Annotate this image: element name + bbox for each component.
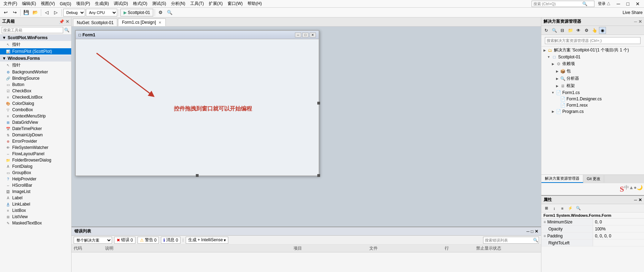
toolbox-item-pointer1[interactable]: ↖ 指针 xyxy=(0,41,71,48)
error-panel-pin[interactable]: ─ xyxy=(526,229,530,234)
live-share-label[interactable]: Live Share xyxy=(623,10,643,15)
toolbar-save[interactable]: 💾 xyxy=(22,8,30,17)
menu-item-debug[interactable]: 调试(D) xyxy=(112,0,130,7)
tree-item-frameworks[interactable]: ▶ 🖥 框架 xyxy=(541,82,644,90)
toolbox-item-colordialog[interactable]: 🎨 ColorDialog xyxy=(0,100,71,107)
toolbox-item-folderbrowserdialog[interactable]: 📁 FolderBrowserDialog xyxy=(0,157,71,163)
tree-item-form1cs[interactable]: ▼ 📄 Form1.cs xyxy=(541,90,644,96)
prop-value-righttoleft[interactable] xyxy=(593,239,644,246)
resize-handle-right[interactable] xyxy=(317,102,320,105)
toolbox-item-imagelist[interactable]: 🖼 ImageList xyxy=(0,188,71,195)
se-tab-solution-explorer[interactable]: 解决方案资源管理器 xyxy=(541,175,583,183)
toolbox-item-errorprovider[interactable]: ⊗ ErrorProvider xyxy=(0,138,71,144)
toolbar-forward[interactable]: ▷ xyxy=(52,8,60,17)
se-pin-icon[interactable]: ─ xyxy=(634,19,637,24)
menu-item-extend[interactable]: 扩展(X) xyxy=(207,0,225,7)
toolbox-item-hscrollbar[interactable]: ↔ HScrollBar xyxy=(0,182,71,188)
toolbox-item-checkbox[interactable]: ☑ CheckBox xyxy=(0,88,71,94)
toolbox-item-groupbox[interactable]: ▭ GroupBox xyxy=(0,170,71,176)
se-search-box[interactable] xyxy=(545,37,641,44)
toolbar-open[interactable]: 📂 xyxy=(31,8,39,17)
window-minimize[interactable]: ─ xyxy=(614,1,623,7)
se-search-input[interactable] xyxy=(547,38,639,43)
tab-form-close-icon[interactable]: ✕ xyxy=(158,21,162,24)
toolbox-item-button[interactable]: ▭ Button xyxy=(0,81,71,88)
toolbar-extra-2[interactable]: 🔍 xyxy=(165,8,174,17)
menu-item-window[interactable]: 窗口(W) xyxy=(225,0,245,7)
window-close[interactable]: ✕ xyxy=(633,1,643,7)
toolbox-item-domainupdown[interactable]: ⇅ DomainUpDown xyxy=(0,132,71,138)
toolbox-item-combobox[interactable]: ▽ ComboBox xyxy=(0,107,71,113)
toolbar-extra-1[interactable]: ⚙ xyxy=(156,8,165,17)
se-toolbar-settings[interactable]: ⚙ xyxy=(583,27,590,34)
se-toolbar-active[interactable]: ◉ xyxy=(599,27,606,34)
tree-item-project[interactable]: ▼ □ Scottplot-01 xyxy=(541,54,644,60)
run-button[interactable]: ▶ Scottplot-01 xyxy=(120,9,153,16)
menu-item-file[interactable]: 文件(F) xyxy=(1,0,19,7)
toolbox-group-scottplot[interactable]: ▼ ScottPlot.WinForms xyxy=(0,35,71,41)
menu-item-help[interactable]: 帮助(H) xyxy=(245,0,264,7)
prop-btn-properties[interactable]: ≡ xyxy=(559,205,566,212)
properties-close[interactable]: ✕ xyxy=(638,198,642,202)
toolbox-item-formsplot[interactable]: 📊 FormsPlot (ScottPlot) xyxy=(0,48,71,55)
se-toolbar-preview[interactable]: 👆 xyxy=(591,27,598,34)
tab-nuget[interactable]: NuGet: Scottplot-01 xyxy=(73,19,117,26)
toolbox-item-fontdialog[interactable]: A FontDialog xyxy=(0,163,71,170)
debug-config-select[interactable]: Debug xyxy=(63,9,85,16)
warning-count-btn[interactable]: ⚠ 警告 0 xyxy=(138,237,159,244)
error-search-input[interactable] xyxy=(485,238,533,242)
se-toolbar-collapse[interactable]: ⊟ xyxy=(559,27,566,34)
menu-item-analyze[interactable]: 分析(N) xyxy=(169,0,187,7)
toolbox-item-filesystemwatcher[interactable]: 👁 FileSystemWatcher xyxy=(0,144,71,151)
close-icon[interactable]: ✕ xyxy=(66,19,69,24)
pin-icon[interactable]: 📌 xyxy=(59,19,64,24)
prop-expand-icon[interactable]: ⊕ xyxy=(543,234,546,238)
toolbox-item-bgworker[interactable]: ⚙ BackgroundWorker xyxy=(0,69,71,75)
form-close-btn[interactable]: ✕ xyxy=(310,33,316,37)
toolbox-item-datagridview[interactable]: ⊞ DataGridView xyxy=(0,119,71,126)
tree-item-form1designercs[interactable]: 📄 Form1.Designer.cs xyxy=(541,96,644,102)
prop-btn-categories[interactable]: ⊞ xyxy=(543,205,550,212)
menu-item-view[interactable]: 视图(V) xyxy=(39,0,57,7)
error-panel-close[interactable]: ✕ xyxy=(535,229,538,234)
toolbox-item-checkedlistbox[interactable]: ≡ CheckedListBox xyxy=(0,94,71,100)
menu-search-box[interactable]: 🔍 xyxy=(532,1,594,7)
menu-item-project[interactable]: 项目(P) xyxy=(74,0,92,7)
toolbox-item-datetimepicker[interactable]: 📅 DateTimePicker xyxy=(0,126,71,132)
menu-item-tools[interactable]: 工具(T) xyxy=(188,0,206,7)
menu-item-format[interactable]: 格式(O) xyxy=(131,0,149,7)
resize-handle-br[interactable] xyxy=(317,174,320,177)
properties-pin[interactable]: ─ xyxy=(634,198,637,202)
prop-value-padding[interactable]: 0, 0, 0, 0 xyxy=(593,232,644,239)
prop-btn-search[interactable]: 🔍 xyxy=(575,205,582,212)
toolbox-item-listbox[interactable]: ≡ ListBox xyxy=(0,207,71,214)
se-toolbar-show-all[interactable]: 👁 xyxy=(575,27,582,34)
cpu-target-select[interactable]: Any CPU xyxy=(86,9,117,16)
resize-handle-bottom[interactable] xyxy=(196,174,199,177)
menu-item-edit[interactable]: 编辑(E) xyxy=(20,0,38,7)
prop-value-minimumsize[interactable]: 0, 0 xyxy=(593,219,644,225)
tab-form-design[interactable]: Form1.cs [Design] ✕ xyxy=(118,19,165,26)
menu-search-input[interactable] xyxy=(533,2,582,6)
se-tab-git-changes[interactable]: Git 更改 xyxy=(583,175,604,182)
prop-value-opacity[interactable]: 100% xyxy=(593,226,644,232)
toolbox-item-maskedtextbox[interactable]: ✎ MaskedTextBox xyxy=(0,220,71,226)
toolbox-item-bindingsource[interactable]: 🔗 BindingSource xyxy=(0,75,71,81)
window-restore[interactable]: □ xyxy=(624,1,632,7)
error-count-btn[interactable]: ✖ 错误 0 xyxy=(114,237,135,244)
form-restore-btn[interactable]: □ xyxy=(302,33,309,37)
toolbox-item-linklabel[interactable]: A LinkLabel xyxy=(0,201,71,207)
prop-expand-icon[interactable]: ⊕ xyxy=(543,220,546,224)
error-filter-select[interactable]: 整个解决方案 xyxy=(74,237,112,244)
toolbox-item-listview[interactable]: ⊞ ListView xyxy=(0,214,71,220)
toolbox-item-contextmenustrip[interactable]: ≡ ContextMenuStrip xyxy=(0,113,71,119)
error-panel-float[interactable]: □ xyxy=(531,229,533,234)
tree-item-packages[interactable]: ▶ 📦 包 xyxy=(541,67,644,75)
se-toolbar-filter[interactable]: 🔍 xyxy=(551,27,558,34)
prop-btn-events[interactable]: ⚡ xyxy=(567,205,574,212)
toolbox-search-input[interactable] xyxy=(2,27,63,33)
toolbar-back[interactable]: ◁ xyxy=(43,8,51,17)
tree-item-form1resx[interactable]: 📄 Form1.resx xyxy=(541,102,644,108)
error-search-box[interactable]: 🔍 xyxy=(483,237,539,244)
menu-item-git[interactable]: Git(G) xyxy=(58,1,73,7)
